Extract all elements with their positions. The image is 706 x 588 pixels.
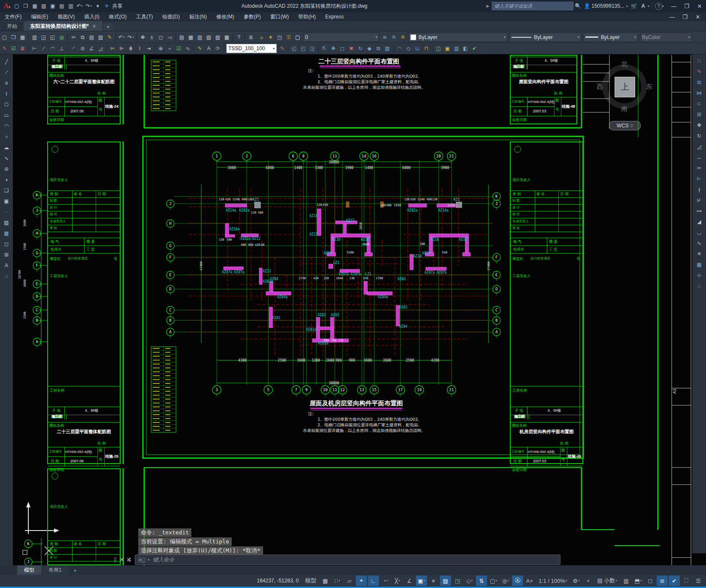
object-visibility-icon[interactable]: ◻ [645,576,656,586]
viewcube-west[interactable]: 西 [597,83,603,91]
check-icon[interactable]: ▥ [452,44,461,53]
share-label[interactable]: 共享 [112,3,122,10]
dim-baseline-icon[interactable]: ⊫ [117,44,126,53]
layerprop-icon[interactable]: ≣ [246,33,255,42]
isodraft-icon[interactable]: ╳▾ [392,576,403,586]
autocad-logo-icon[interactable]: A▾ [0,2,12,10]
command-grip-icon[interactable]: ⣿ [113,557,117,563]
tab-model[interactable]: 模型 [17,565,41,575]
doc-minimize-icon[interactable]: — [666,11,679,22]
offset-face-icon[interactable]: ◻ [338,44,347,53]
menu-item-标注(N)[interactable]: 标注(N) [185,12,212,21]
snap-mode-icon[interactable]: ∷▾ [332,576,343,586]
lineweight-display-icon[interactable]: ≡ [428,576,439,586]
search-input[interactable]: 键入关键字或短语 [492,2,573,10]
color-face-icon[interactable]: ▨ [383,44,392,53]
circle-icon[interactable]: ○ [2,132,11,141]
open-web-icon[interactable]: ▣ [48,2,57,11]
object-snap-tracking-icon[interactable]: ∠ [404,576,415,586]
close-icon[interactable]: ✕ [693,0,706,12]
app-store-icon[interactable]: 🛒 [630,2,639,11]
tssd-check-icon[interactable]: ☑ [9,44,18,53]
workspace-switching-icon[interactable]: ⚙▾ [571,576,582,586]
user-icon[interactable]: 👤 [582,2,591,11]
layer-color-swatch[interactable]: ▢ [293,33,302,42]
fillet-icon[interactable]: ◡ [695,228,704,237]
undo-icon[interactable]: ↶▾ [117,33,126,42]
dim-spacing-icon[interactable]: Ⅰ [135,44,144,53]
menu-item-修改(M)[interactable]: 修改(M) [212,12,239,21]
grid-display-icon[interactable]: ▦ [320,576,331,586]
chamfer-icon[interactable]: ◢ [695,217,704,226]
revcloud-icon[interactable]: ☁ [2,143,11,152]
region-icon[interactable]: ◻ [2,239,11,248]
layer-lock-icon[interactable]: ⚿ [284,33,293,42]
units-readout[interactable]: ▤ 小数▾ [595,576,620,586]
lineweight-dropdown[interactable]: ByLayer▾ [583,33,638,42]
autoscale-icon[interactable]: A+ [524,576,535,586]
preview-icon[interactable]: ◲ [39,33,48,42]
command-close-icon[interactable]: ✕ [120,557,124,563]
mline-icon[interactable]: ≡ [2,78,11,87]
copy-face-icon[interactable]: ⧉ [374,44,383,53]
polygon-icon[interactable]: ⬠ [2,100,11,109]
copy-icon[interactable]: ⧉ [695,78,704,87]
clean-screen-icon[interactable]: ⛶ [681,576,692,586]
menu-item-参数(P)[interactable]: 参数(P) [239,12,266,21]
layer-palette-icon[interactable]: ▦ [186,33,195,42]
qat-menu-icon[interactable]: ▾ [93,2,102,11]
selection-cycling-icon[interactable]: ◳ [452,576,463,586]
layer-prev-icon[interactable]: ≝ [389,33,398,42]
point-style-icon[interactable]: ∴ [2,271,11,280]
intersect-icon[interactable]: ◲ [308,44,317,53]
viewcube-north[interactable]: 北 [621,60,627,68]
new-layout-button[interactable]: + [71,567,79,575]
gizmo-icon[interactable]: ◎▾ [500,576,511,586]
save-icon[interactable]: ▦ [18,33,27,42]
polyline-icon[interactable]: ⌇ [2,89,11,98]
fillet-edge-icon[interactable]: ◠ [395,44,404,53]
redo-icon[interactable]: ↷▾ [126,33,135,42]
layer-match-icon[interactable]: ≞ [398,33,407,42]
ellipse-arc-icon[interactable]: ◖ [2,175,11,184]
validate-icon[interactable]: ✔ [470,44,479,53]
taper-face-icon[interactable]: ◆ [365,44,374,53]
new-tab-button[interactable]: + [104,23,112,31]
graphics-performance-icon[interactable]: ✔ [669,576,680,586]
offset-icon[interactable]: ⊂ [695,99,704,108]
doc-restore-icon[interactable]: ❐ [679,11,691,22]
menu-item-格式(O)[interactable]: 格式(O) [104,12,131,21]
dim-inspect-icon[interactable]: ☑ [174,44,183,53]
clean-icon[interactable]: ⊓ [422,44,431,53]
zoom-window-icon[interactable]: ◻ [156,33,165,42]
delete-face-icon[interactable]: ✖ [347,44,356,53]
paste-icon[interactable]: ▤ [87,33,96,42]
menu-item-视图(V)[interactable]: 视图(V) [53,12,79,21]
rect-array-icon[interactable]: ▦ [695,260,704,269]
maximize-icon[interactable]: ❐ [680,0,693,12]
hatch-icon[interactable]: ▨ [2,218,11,227]
dim-linear-icon[interactable]: ⊢ [30,44,39,53]
save-icon[interactable]: ▦ [30,2,39,11]
annotation-scale[interactable]: 1:1 / 100%▾ [536,576,570,586]
object-snap-icon[interactable]: ▣▾ [416,576,427,586]
array-icon[interactable]: ⊞ [695,110,704,119]
zoom-previous-icon[interactable]: ◅ [165,33,174,42]
matchprop-icon[interactable]: ▨ [96,33,105,42]
selection-filtering-icon[interactable]: ▢▾ [488,576,499,586]
move-face-icon[interactable]: ✥ [329,44,338,53]
isolate-objects-icon[interactable]: ⊘ [657,576,668,586]
break-point-icon[interactable]: ∤ [695,185,704,194]
pan-icon[interactable]: ✥ [138,33,147,42]
xline-icon[interactable]: ⟋ [2,68,11,77]
union-icon[interactable]: ◱ [290,44,299,53]
mtext-icon[interactable]: A [2,261,11,270]
tolerance-icon[interactable]: ⊕ [156,44,165,53]
viewcube[interactable]: 北 西 东 南 上 WCS ▽ [598,63,651,135]
model-paper-toggle[interactable]: 模型 [303,576,319,586]
insert-block-icon[interactable]: ❏ [2,186,11,195]
cut-icon[interactable]: ✂ [69,33,78,42]
dim-break-icon[interactable]: ⇥ [144,44,153,53]
tssd-layers-icon[interactable]: ≣ [18,44,27,53]
etransmit-icon[interactable]: ◍ [57,33,66,42]
